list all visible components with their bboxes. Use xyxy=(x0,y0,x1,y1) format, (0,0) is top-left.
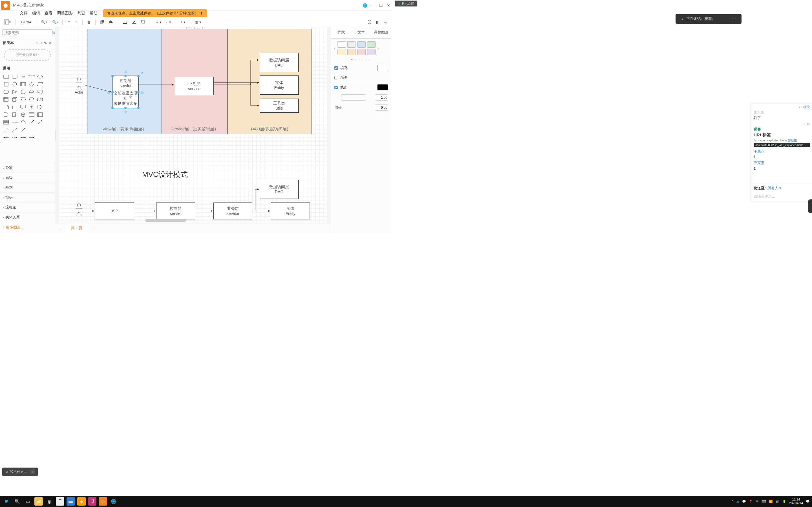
line-checkbox[interactable] xyxy=(335,86,338,89)
shape-note[interactable] xyxy=(2,104,10,110)
maximize-button[interactable]: ☐ xyxy=(379,3,383,8)
shape-actor[interactable] xyxy=(28,104,35,110)
shape-rect[interactable] xyxy=(2,73,10,80)
shape-blank[interactable] xyxy=(45,73,52,80)
edit-icon[interactable]: ✎ xyxy=(44,41,47,45)
shape-diamond[interactable] xyxy=(28,81,35,88)
perimeter-input[interactable] xyxy=(375,105,388,111)
shadow-button[interactable] xyxy=(140,19,147,25)
help-icon[interactable]: ? xyxy=(36,41,38,45)
shape-link3[interactable] xyxy=(19,134,27,141)
shape-square[interactable] xyxy=(2,81,10,88)
swatch-pager[interactable]: ●○○○○○ xyxy=(331,58,391,61)
jsp-box[interactable]: JSP xyxy=(95,203,134,219)
shape-bidir-arrow[interactable] xyxy=(28,119,35,126)
to-back-button[interactable] xyxy=(108,19,115,25)
line-style-select[interactable] xyxy=(341,94,366,101)
controller-box-2[interactable]: 控制器 servlet xyxy=(156,203,195,219)
shape-triangle[interactable] xyxy=(11,89,18,95)
menu-view[interactable]: 查看 xyxy=(43,10,54,16)
add-page-button[interactable]: + xyxy=(88,225,98,231)
swatch-gray[interactable] xyxy=(347,41,356,48)
swatch-white[interactable] xyxy=(338,41,346,48)
shape-container[interactable] xyxy=(28,111,35,118)
menu-edit[interactable]: 编辑 xyxy=(31,10,42,16)
gradient-checkbox[interactable] xyxy=(335,76,338,79)
shape-hexagon[interactable] xyxy=(2,89,10,95)
collapse-icon[interactable]: ︽ xyxy=(383,19,389,25)
view-mode-button[interactable]: ▾ xyxy=(3,19,12,25)
add-icon[interactable]: + xyxy=(40,41,42,45)
line-width-input[interactable] xyxy=(375,94,388,101)
shape-document[interactable] xyxy=(36,89,44,95)
shape-datastore[interactable] xyxy=(11,111,18,118)
actor-figure[interactable]: Actor xyxy=(74,77,84,94)
shape-callout[interactable] xyxy=(19,104,27,110)
shape-container-v[interactable] xyxy=(36,111,44,118)
entity-box[interactable]: 实体 Entity xyxy=(260,75,299,95)
format-panel-icon[interactable]: ◧ xyxy=(375,19,380,25)
actor-figure-2[interactable] xyxy=(74,203,84,216)
zoom-level[interactable]: 120% ▾ xyxy=(19,19,33,25)
service-box-2[interactable]: 业务层 service xyxy=(213,203,252,219)
cat-basic[interactable]: 基本 xyxy=(0,182,55,192)
menu-file[interactable]: 文件 xyxy=(18,10,29,16)
shape-blank2[interactable] xyxy=(45,81,52,88)
undo-button[interactable]: ↶ xyxy=(66,19,71,25)
close-scratchpad-icon[interactable]: ✕ xyxy=(49,41,52,45)
shape-card[interactable] xyxy=(11,104,18,110)
tab-style[interactable]: 样式 xyxy=(331,27,351,38)
shape-blank10[interactable] xyxy=(45,126,52,133)
shape-ellipse[interactable] xyxy=(36,73,44,80)
shape-blank6[interactable] xyxy=(45,111,52,118)
swatch-green[interactable] xyxy=(367,41,375,48)
shape-blank3[interactable] xyxy=(45,89,52,95)
dao-box-2[interactable]: 数据访问层 DAO xyxy=(260,180,299,199)
cat-advanced[interactable]: 高级 xyxy=(0,173,55,182)
shape-tape[interactable] xyxy=(36,96,44,103)
controller-box[interactable]: 控制器 servlet 之前这里太混乱 做是事情太多 ▲ ▼ ◀ ▶ ⟳ ✥ xyxy=(112,76,139,108)
zoom-out-icon[interactable]: 🔍- xyxy=(51,19,59,25)
swatch-purple[interactable] xyxy=(367,49,375,55)
shape-list[interactable] xyxy=(2,119,10,126)
mvc-title[interactable]: MVC设计模式 xyxy=(142,170,188,179)
table-button[interactable]: ▦ ▾ xyxy=(194,19,202,25)
swatch-next[interactable]: › xyxy=(377,45,379,52)
tab-arrange[interactable]: 调整图形 xyxy=(371,27,391,38)
scratchpad-drop[interactable]: 把元素拖至此处 xyxy=(4,49,51,61)
shape-link1[interactable] xyxy=(2,134,10,141)
shape-listitem[interactable]: List Item xyxy=(11,119,18,126)
search-icon[interactable]: 🔍 xyxy=(52,31,55,35)
fill-color-button[interactable] xyxy=(122,19,129,25)
fill-swatch[interactable] xyxy=(377,65,388,71)
cat-arrow[interactable]: 箭头 xyxy=(0,192,55,202)
shape-step[interactable] xyxy=(19,96,27,103)
entity-box-2[interactable]: 实体 Entity xyxy=(271,203,310,219)
shape-text[interactable]: Text xyxy=(19,73,27,80)
minimize-button[interactable]: — xyxy=(371,3,375,8)
dao-box[interactable]: 数据访问层 DAO xyxy=(260,53,299,72)
page-1-tab[interactable]: 第 1 页 xyxy=(65,223,88,233)
page-menu-icon[interactable]: ⋮ xyxy=(55,226,65,230)
redo-button[interactable]: ↷ xyxy=(73,19,79,25)
shape-blank5[interactable] xyxy=(45,104,52,110)
shape-cloud[interactable] xyxy=(28,89,35,95)
shape-blank4[interactable] xyxy=(45,96,52,103)
shape-blank7[interactable] xyxy=(45,119,52,126)
shape-blank12[interactable] xyxy=(45,134,52,141)
waypoint-button[interactable]: ⌐ ▾ xyxy=(165,19,172,25)
sidebar-collapse-handle[interactable] xyxy=(55,130,56,141)
shape-line[interactable] xyxy=(11,126,18,133)
fullscreen-icon[interactable]: ⛶ xyxy=(366,19,372,25)
shape-process[interactable] xyxy=(19,81,27,88)
line-swatch[interactable] xyxy=(377,84,388,91)
service-box[interactable]: 业务层 service xyxy=(175,77,214,95)
shape-and[interactable] xyxy=(2,111,10,118)
shape-arrow[interactable] xyxy=(36,119,44,126)
tab-text[interactable]: 文本 xyxy=(351,27,371,38)
shape-blank11[interactable] xyxy=(36,134,44,141)
fill-checkbox[interactable] xyxy=(335,66,338,70)
unsaved-changes-banner[interactable]: 修改未保存。点击此处保存。（上次保存 27 分钟 之前） ⬇ xyxy=(103,9,207,17)
menu-help[interactable]: 帮助 xyxy=(88,10,99,16)
horizontal-scrollbar[interactable] xyxy=(145,219,252,222)
